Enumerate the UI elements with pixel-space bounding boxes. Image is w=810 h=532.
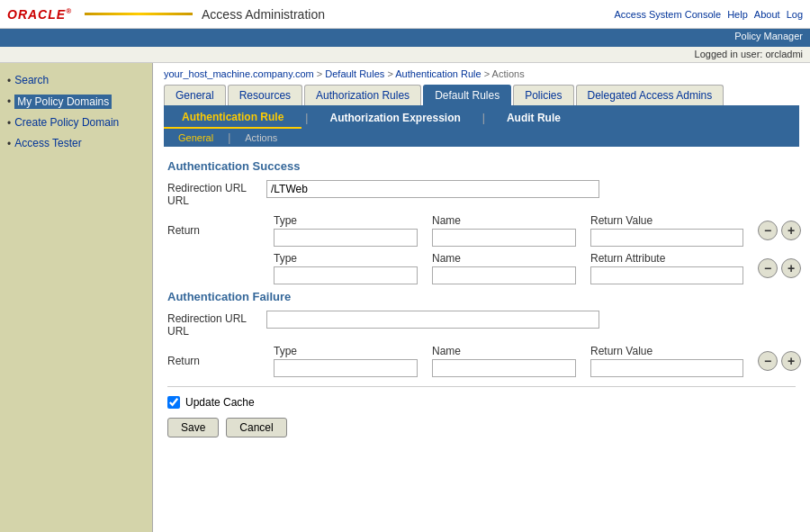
name-label-1: Name	[432, 214, 576, 227]
auth-failure-title: Authentication Failure	[167, 290, 796, 303]
action-buttons-failure: − +	[758, 351, 801, 371]
update-cache-checkbox[interactable]	[167, 396, 180, 409]
return-value-input-failure[interactable]	[590, 359, 743, 377]
return-fields-1: Type Name Return Value − +	[274, 214, 801, 247]
bullet-create-policy: •	[7, 117, 11, 130]
return-attr-input-1[interactable]	[590, 266, 743, 284]
subtab-divider2: |	[479, 112, 489, 124]
subnav-general[interactable]: General	[164, 131, 228, 145]
return-label-failure: Return	[167, 355, 266, 367]
return-value-label-1: Return Value	[590, 214, 743, 227]
sidebar-item-create-policy[interactable]: • Create Policy Domain	[7, 116, 145, 130]
sidebar-item-search[interactable]: • Search	[7, 74, 145, 87]
field-group-attr-1: Return Attribute	[590, 252, 743, 284]
app-title: Access Administration	[202, 7, 325, 22]
type-label-failure: Type	[274, 345, 418, 357]
my-policy-domains-link[interactable]: My Policy Domains	[14, 95, 112, 109]
name-input-1[interactable]	[432, 229, 576, 247]
return-attr-label-1: Return Attribute	[590, 252, 743, 265]
search-link[interactable]: Search	[14, 74, 49, 86]
tab-delegated[interactable]: Delegated Access Admins	[576, 85, 724, 105]
oracle-logo: ORACLE® Access Administration	[7, 7, 325, 22]
add-button-1[interactable]: +	[781, 221, 801, 240]
breadcrumb-sep3: >	[484, 68, 492, 79]
bullet-search: •	[7, 75, 11, 87]
subtab-audit-rule[interactable]: Audit Rule	[489, 108, 579, 128]
name-input-failure[interactable]	[432, 359, 576, 377]
field-group-name-2: Name	[432, 252, 576, 284]
save-button[interactable]: Save	[167, 418, 219, 437]
return-row-2: Type Name Return Attribute − +	[167, 252, 796, 284]
breadcrumb-sep2: >	[387, 68, 395, 79]
help-link[interactable]: Help	[727, 9, 748, 20]
sidebar: • Search • My Policy Domains • Create Po…	[0, 63, 153, 532]
field-group-type-2: Type	[274, 252, 418, 284]
field-group-name-1: Name	[432, 214, 576, 247]
form-area: Authentication Success Redirection URLUR…	[164, 147, 799, 455]
top-nav-links: Access System Console Help About Log	[610, 9, 803, 20]
auth-success-title: Authentication Success	[167, 159, 796, 173]
name-label-failure: Name	[432, 345, 576, 357]
type-label-1: Type	[274, 214, 418, 227]
bullet-access-tester: •	[7, 138, 11, 150]
return-fields-2: Type Name Return Attribute − +	[274, 252, 801, 284]
return-fields-failure: Type Name Return Value − +	[274, 345, 801, 377]
subtab-divider: |	[302, 112, 311, 124]
subnav-row: General | Actions	[164, 129, 799, 147]
field-group-name-failure: Name	[432, 345, 576, 377]
log-link[interactable]: Log	[787, 9, 803, 20]
sidebar-item-access-tester[interactable]: • Access Tester	[7, 137, 145, 150]
divider-line	[167, 386, 796, 387]
name-label-2: Name	[432, 252, 576, 265]
update-cache-label: Update Cache	[185, 396, 255, 409]
main-tabs: General Resources Authorization Rules De…	[164, 85, 799, 107]
name-input-2[interactable]	[432, 266, 576, 284]
type-input-2[interactable]	[274, 266, 418, 284]
tab-default-rules[interactable]: Default Rules	[423, 85, 511, 105]
oracle-wordmark: ORACLE®	[7, 7, 72, 22]
redirection-url-failure-input[interactable]	[266, 311, 599, 329]
remove-button-2[interactable]: −	[758, 258, 778, 278]
breadcrumb-auth-rule[interactable]: Authentication Rule	[395, 68, 481, 79]
header-line-decoration	[85, 13, 193, 15]
return-label-1: Return	[167, 224, 266, 237]
bullet-my-policy-domains: •	[7, 95, 11, 108]
return-value-input-1[interactable]	[590, 229, 743, 247]
return-row-failure: Return Type Name Return Value	[167, 345, 796, 377]
subtab-auth-rule[interactable]: Authentication Rule	[164, 107, 302, 129]
redirection-url-input[interactable]	[266, 180, 599, 198]
cancel-button[interactable]: Cancel	[226, 418, 286, 437]
field-group-value-failure: Return Value	[590, 345, 743, 377]
subnav-actions[interactable]: Actions	[230, 131, 292, 145]
add-button-failure[interactable]: +	[781, 351, 801, 371]
remove-button-failure[interactable]: −	[758, 351, 778, 371]
tab-policies[interactable]: Policies	[513, 85, 573, 105]
add-button-2[interactable]: +	[781, 258, 801, 278]
return-value-label-failure: Return Value	[590, 345, 743, 357]
tab-auth-rules[interactable]: Authorization Rules	[304, 85, 421, 105]
breadcrumb-default-rules[interactable]: Default Rules	[325, 68, 384, 79]
access-system-console-link[interactable]: Access System Console	[614, 9, 721, 20]
action-buttons-2: − +	[758, 258, 801, 278]
redirection-url-field	[266, 180, 796, 198]
return-row-1: Return Type Name Return Value	[167, 214, 796, 247]
breadcrumb-host[interactable]: your_host_machine.company.com	[164, 68, 314, 79]
redirection-url-row: Redirection URLURL	[167, 180, 796, 207]
sidebar-item-my-policy-domains[interactable]: • My Policy Domains	[7, 95, 145, 109]
tab-resources[interactable]: Resources	[228, 85, 302, 105]
update-cache-row: Update Cache	[167, 396, 796, 409]
about-link[interactable]: About	[754, 9, 780, 20]
type-label-2: Type	[274, 252, 418, 265]
breadcrumb: your_host_machine.company.com > Default …	[164, 68, 799, 79]
remove-button-1[interactable]: −	[758, 221, 778, 240]
subtab-auth-expr[interactable]: Authorization Expression	[311, 108, 478, 128]
create-policy-link[interactable]: Create Policy Domain	[14, 116, 119, 129]
bottom-buttons: Save Cancel	[167, 418, 796, 446]
field-group-type-failure: Type	[274, 345, 418, 377]
policy-manager-bar: Policy Manager	[0, 29, 810, 47]
tab-general[interactable]: General	[164, 85, 226, 105]
access-tester-link[interactable]: Access Tester	[14, 137, 81, 149]
type-input-1[interactable]	[274, 229, 418, 247]
type-input-failure[interactable]	[274, 359, 418, 377]
breadcrumb-actions: Actions	[492, 68, 525, 79]
